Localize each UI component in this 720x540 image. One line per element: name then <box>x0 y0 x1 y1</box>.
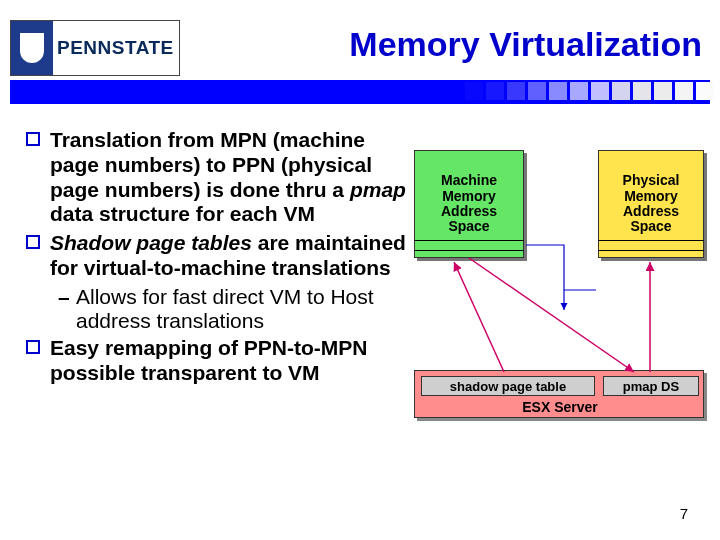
bullet-list: Translation from MPN (machine page numbe… <box>26 128 406 390</box>
svg-line-2 <box>454 262 504 372</box>
diagram: Machine Memory Address Space Physical Me… <box>414 150 708 430</box>
bullet-text: Shadow page tables are maintained for vi… <box>50 231 406 281</box>
bullet-square-icon <box>26 132 40 146</box>
slide-title: Memory Virtualization <box>349 25 702 64</box>
logo-text: PENNSTATE <box>53 37 174 59</box>
box-pmap-ds: pmap DS <box>603 376 699 396</box>
box-esx-server: shadow page table pmap DS ESX Server <box>414 370 704 418</box>
header: PENNSTATE Memory Virtualization <box>0 0 720 103</box>
bullet-square-icon <box>26 340 40 354</box>
bullet-item: Easy remapping of PPN-to-MPN possible tr… <box>26 336 406 386</box>
line <box>414 240 524 241</box>
slide: PENNSTATE Memory Virtualization Translat… <box>0 0 720 540</box>
sub-bullet-text: Allows for fast direct VM to Host addres… <box>76 285 406 335</box>
svg-line-1 <box>469 258 634 372</box>
bullet-text: Translation from MPN (machine page numbe… <box>50 128 406 227</box>
bullet-text: Easy remapping of PPN-to-MPN possible tr… <box>50 336 406 386</box>
line <box>598 250 704 251</box>
divider-squares <box>465 82 720 100</box>
line <box>414 250 524 251</box>
org-logo: PENNSTATE <box>10 20 180 76</box>
box-shadow-page-table: shadow page table <box>421 376 595 396</box>
bullet-item: Translation from MPN (machine page numbe… <box>26 128 406 227</box>
box-physical-memory: Physical Memory Address Space <box>598 150 704 258</box>
bullet-square-icon <box>26 235 40 249</box>
shield-icon <box>11 21 53 75</box>
box-machine-memory: Machine Memory Address Space <box>414 150 524 258</box>
esx-label: ESX Server <box>415 399 705 415</box>
sub-bullet: – Allows for fast direct VM to Host addr… <box>26 285 406 335</box>
line <box>598 240 704 241</box>
page-number: 7 <box>680 505 688 522</box>
dash-icon: – <box>58 285 70 309</box>
bullet-item: Shadow page tables are maintained for vi… <box>26 231 406 281</box>
